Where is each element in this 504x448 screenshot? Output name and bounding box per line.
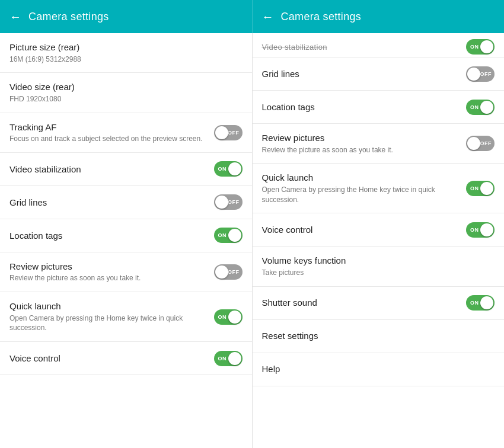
setting-text-voice-control-r: Voice control — [262, 224, 467, 236]
toggle-knob — [467, 137, 480, 150]
setting-item-tracking-af[interactable]: Tracking AFFocus on and track a subject … — [0, 113, 252, 153]
toggle-tracking-af[interactable]: OFF — [214, 125, 243, 140]
setting-item-quick-launch-r[interactable]: Quick launchOpen Camera by pressing the … — [253, 164, 505, 213]
toggle-knob — [215, 196, 228, 209]
clipped-item: Video stabilizationON — [253, 33, 505, 57]
setting-item-help-r[interactable]: Help — [253, 353, 505, 386]
toggle-video-stabilization[interactable]: ON — [214, 161, 243, 177]
setting-label-voice-control-r: Voice control — [262, 224, 460, 236]
toggle-review-pictures-r[interactable]: OFF — [466, 136, 495, 151]
setting-sublabel-video-size: FHD 1920x1080 — [9, 94, 235, 104]
setting-text-shutter-sound-r: Shutter sound — [262, 297, 467, 309]
setting-item-volume-keys-r[interactable]: Volume keys functionTake pictures — [253, 247, 505, 286]
setting-item-video-stabilization[interactable]: Video stabilizationON — [0, 153, 252, 186]
setting-label-video-size: Video size (rear) — [9, 81, 235, 93]
toggle-label: OFF — [480, 140, 492, 146]
clipped-toggle[interactable]: ON — [466, 39, 495, 55]
left-back-icon[interactable]: ← — [9, 10, 21, 24]
toggle-location-tags-r[interactable]: ON — [466, 100, 495, 115]
toggle-quick-launch[interactable]: ON — [214, 309, 243, 325]
setting-item-review-pictures-r[interactable]: Review picturesReview the picture as soo… — [253, 124, 505, 164]
setting-item-picture-size[interactable]: Picture size (rear)16M (16:9) 5312x2988 — [0, 33, 252, 73]
toggle-grid-lines-r[interactable]: OFF — [466, 66, 495, 82]
right-back-icon[interactable]: ← — [262, 10, 274, 24]
toggle-label: OFF — [228, 199, 240, 205]
setting-sublabel-review-pictures: Review the picture as soon as you take i… — [9, 273, 207, 283]
toggle-shutter-sound-r[interactable]: ON — [466, 295, 495, 311]
setting-label-quick-launch-r: Quick launch — [262, 172, 460, 184]
setting-item-shutter-sound-r[interactable]: Shutter soundON — [253, 287, 505, 320]
right-header-panel: ← Camera settings — [252, 0, 505, 33]
toggle-knob — [480, 296, 493, 309]
setting-item-voice-control[interactable]: Voice controlON — [0, 342, 252, 375]
toggle-label: OFF — [228, 269, 240, 275]
toggle-knob — [228, 229, 241, 242]
toggle-label: ON — [218, 166, 227, 172]
setting-label-reset-settings-r: Reset settings — [262, 330, 488, 342]
toggle-knob — [480, 40, 493, 53]
toggle-label: ON — [470, 44, 479, 50]
setting-label-video-stabilization: Video stabilization — [9, 164, 207, 175]
setting-text-video-size: Video size (rear)FHD 1920x1080 — [9, 81, 243, 104]
setting-item-voice-control-r[interactable]: Voice controlON — [253, 213, 505, 247]
setting-text-quick-launch-r: Quick launchOpen Camera by pressing the … — [262, 172, 467, 204]
toggle-knob — [228, 311, 241, 324]
right-header-title: Camera settings — [281, 11, 362, 23]
toggle-location-tags[interactable]: ON — [214, 228, 243, 243]
setting-label-help-r: Help — [262, 363, 488, 375]
setting-item-grid-lines[interactable]: Grid linesOFF — [0, 186, 252, 219]
setting-text-reset-settings-r: Reset settings — [262, 330, 495, 342]
setting-text-video-stabilization: Video stabilization — [9, 164, 214, 175]
toggle-label: ON — [470, 300, 479, 306]
left-header-panel: ← Camera settings — [0, 0, 252, 33]
setting-item-location-tags[interactable]: Location tagsON — [0, 219, 252, 252]
setting-text-picture-size: Picture size (rear)16M (16:9) 5312x2988 — [9, 41, 243, 64]
toggle-label: ON — [218, 356, 227, 361]
toggle-voice-control[interactable]: ON — [214, 351, 243, 366]
setting-text-voice-control: Voice control — [9, 353, 214, 364]
header-row: ← Camera settings ← Camera settings — [0, 0, 504, 33]
setting-label-location-tags: Location tags — [9, 230, 207, 242]
setting-label-tracking-af: Tracking AF — [9, 121, 207, 133]
setting-text-review-pictures-r: Review picturesReview the picture as soo… — [262, 132, 467, 155]
toggle-knob — [480, 223, 493, 236]
toggle-label: ON — [470, 185, 479, 191]
setting-label-location-tags-r: Location tags — [262, 101, 460, 113]
left-panel: Picture size (rear)16M (16:9) 5312x2988V… — [0, 33, 253, 448]
setting-sublabel-picture-size: 16M (16:9) 5312x2988 — [9, 55, 235, 65]
setting-text-tracking-af: Tracking AFFocus on and track a subject … — [9, 121, 214, 144]
toggle-knob — [480, 101, 493, 114]
setting-text-grid-lines: Grid lines — [9, 197, 214, 209]
setting-item-video-size[interactable]: Video size (rear)FHD 1920x1080 — [0, 73, 252, 113]
setting-text-volume-keys-r: Volume keys functionTake pictures — [262, 255, 495, 277]
setting-label-quick-launch: Quick launch — [9, 300, 207, 312]
toggle-review-pictures[interactable]: OFF — [214, 264, 243, 280]
toggle-label: ON — [470, 104, 479, 110]
toggle-knob — [215, 265, 228, 279]
setting-text-review-pictures: Review picturesReview the picture as soo… — [9, 261, 214, 283]
setting-label-review-pictures-r: Review pictures — [262, 132, 460, 144]
setting-text-location-tags-r: Location tags — [262, 101, 467, 113]
setting-text-grid-lines-r: Grid lines — [262, 68, 467, 80]
setting-item-reset-settings-r[interactable]: Reset settings — [253, 320, 505, 353]
toggle-label: ON — [218, 232, 227, 238]
setting-item-location-tags-r[interactable]: Location tagsON — [253, 91, 505, 124]
toggle-knob — [467, 68, 480, 81]
toggle-knob — [480, 182, 493, 195]
setting-text-quick-launch: Quick launchOpen Camera by pressing the … — [9, 300, 214, 333]
toggle-voice-control-r[interactable]: ON — [466, 222, 495, 238]
toggle-knob — [215, 126, 228, 139]
setting-sublabel-tracking-af: Focus on and track a subject selected on… — [9, 134, 207, 144]
setting-item-review-pictures[interactable]: Review picturesReview the picture as soo… — [0, 252, 252, 292]
setting-item-grid-lines-r[interactable]: Grid linesOFF — [253, 57, 505, 91]
clipped-label: Video stabilization — [262, 43, 327, 52]
setting-label-review-pictures: Review pictures — [9, 261, 207, 273]
toggle-quick-launch-r[interactable]: ON — [466, 181, 495, 196]
toggle-label: ON — [218, 314, 227, 320]
left-header-title: Camera settings — [28, 11, 109, 23]
right-panel: Video stabilizationONGrid linesOFFLocati… — [253, 33, 505, 448]
toggle-grid-lines[interactable]: OFF — [214, 194, 243, 210]
panels-row: Picture size (rear)16M (16:9) 5312x2988V… — [0, 33, 504, 448]
setting-item-quick-launch[interactable]: Quick launchOpen Camera by pressing the … — [0, 292, 252, 342]
setting-label-shutter-sound-r: Shutter sound — [262, 297, 460, 309]
